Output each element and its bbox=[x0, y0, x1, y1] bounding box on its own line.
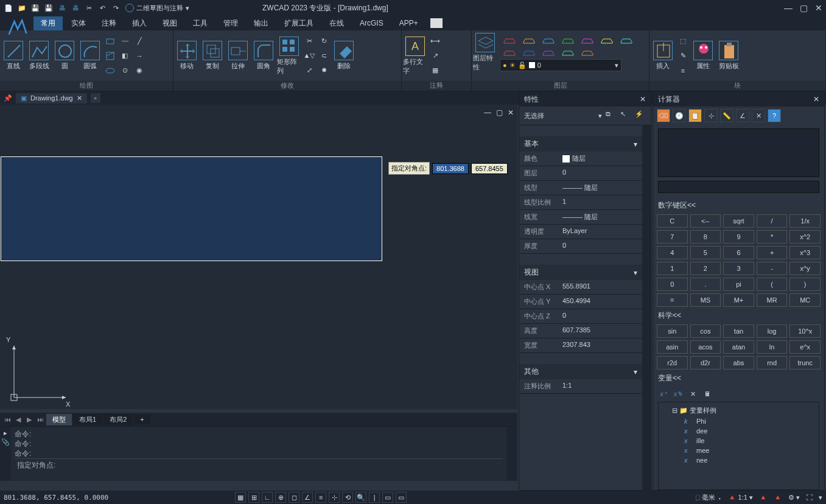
tab-common[interactable]: 常用 bbox=[33, 16, 63, 30]
layer-icon[interactable] bbox=[501, 47, 518, 58]
scrollbar[interactable] bbox=[642, 125, 651, 490]
workspace-switcher[interactable]: 二维草图与注释 ▾ bbox=[125, 4, 189, 13]
annot-toggle[interactable]: ▭ bbox=[396, 492, 407, 503]
calc-key[interactable]: ( bbox=[757, 278, 788, 291]
saveas-icon[interactable]: 💾 bbox=[44, 3, 54, 13]
leader-icon[interactable]: ↗ bbox=[429, 49, 442, 63]
erase-button[interactable]: 删除 bbox=[332, 41, 356, 71]
calc-result[interactable] bbox=[658, 181, 819, 193]
var-calc-icon[interactable]: 🖩 bbox=[702, 388, 713, 399]
clipboard-button[interactable]: 剪贴板 bbox=[716, 41, 741, 71]
layer-icon[interactable] bbox=[579, 35, 596, 46]
close-panel-icon[interactable]: ✕ bbox=[813, 95, 819, 103]
calc-key[interactable]: 5 bbox=[690, 246, 721, 259]
save-icon[interactable]: 💾 bbox=[30, 3, 40, 13]
unit-display[interactable]: ⎕ 毫米 ▾ bbox=[696, 493, 721, 502]
calc-key[interactable]: e^x bbox=[789, 340, 821, 354]
property-row[interactable]: 透明度ByLayer bbox=[519, 225, 642, 239]
calc-key[interactable]: abs bbox=[723, 356, 754, 369]
annot-scale-icon[interactable]: 🔺 bbox=[774, 494, 782, 502]
tab-output[interactable]: 输出 bbox=[247, 16, 276, 30]
close-panel-icon[interactable]: ✕ bbox=[640, 95, 646, 103]
model-toggle[interactable]: ▭ bbox=[382, 492, 393, 503]
block-edit-icon[interactable]: ✎ bbox=[676, 49, 690, 63]
select-objects-icon[interactable]: ↖ bbox=[620, 110, 631, 121]
rect-icon[interactable] bbox=[103, 35, 117, 48]
layout-tab-add[interactable]: + bbox=[134, 415, 150, 424]
calc-key[interactable]: MR bbox=[757, 293, 788, 307]
variable-item[interactable]: kPhi bbox=[661, 416, 816, 426]
customize-icon[interactable]: ▾ bbox=[819, 494, 822, 502]
get-intersect-icon[interactable]: ✕ bbox=[752, 109, 765, 122]
tab-arcgis[interactable]: ArcGIS bbox=[352, 17, 391, 29]
ortho-toggle[interactable]: ∟ bbox=[262, 492, 273, 503]
layer-icon[interactable] bbox=[520, 35, 537, 46]
insert-button[interactable]: 插入 bbox=[651, 41, 675, 71]
circle-button[interactable]: 圆 bbox=[52, 41, 77, 71]
clear-icon[interactable]: ⌫ bbox=[657, 109, 670, 122]
undo-icon[interactable]: ↶ bbox=[97, 3, 107, 13]
doc-close-icon[interactable]: ✕ bbox=[508, 108, 514, 117]
fillet-button[interactable]: 圆角 bbox=[251, 41, 276, 71]
new-tab-icon[interactable]: ▫ bbox=[91, 93, 100, 103]
get-angle-icon[interactable]: ∠ bbox=[736, 109, 749, 122]
calc-key[interactable]: rnd bbox=[757, 356, 788, 369]
drawing-canvas[interactable]: — ▢ ✕ X Y bbox=[0, 105, 517, 409]
calc-key[interactable]: MS bbox=[690, 293, 721, 307]
layer-icon[interactable] bbox=[559, 47, 576, 58]
explode-icon[interactable]: ✸ bbox=[317, 64, 331, 77]
hatch-icon[interactable] bbox=[103, 49, 117, 63]
selection-dropdown[interactable]: 无选择 bbox=[524, 111, 595, 121]
layer-combo[interactable]: ● ☀ 🔓 0 ▾ bbox=[500, 59, 621, 71]
var-edit-icon[interactable]: x✎ bbox=[673, 388, 684, 399]
doc-minimize-icon[interactable]: — bbox=[484, 108, 491, 117]
ws-switch-icon[interactable]: ⚙ ▾ bbox=[788, 494, 800, 502]
section-scientific[interactable]: 科学<< bbox=[653, 308, 824, 323]
ribbon-toggle-icon[interactable] bbox=[430, 18, 443, 28]
layer-icon[interactable] bbox=[540, 47, 557, 58]
dim-linear-icon[interactable]: ⟷ bbox=[429, 35, 442, 48]
attribute-button[interactable]: 属性 bbox=[691, 41, 715, 71]
mtext-button[interactable]: A多行文字 bbox=[403, 37, 427, 75]
get-coord-icon[interactable]: ⊹ bbox=[704, 109, 718, 122]
polar-toggle[interactable]: ⊕ bbox=[275, 492, 286, 503]
property-row[interactable]: 中心点 Z0 bbox=[519, 309, 642, 324]
app-logo[interactable] bbox=[2, 16, 33, 40]
calc-key[interactable]: * bbox=[757, 230, 788, 243]
prop-section-basic[interactable]: 基本▾ bbox=[519, 136, 642, 152]
cut-icon[interactable]: ✂ bbox=[84, 3, 94, 13]
tree-root[interactable]: ⊟ 📁 变量样例 bbox=[661, 405, 816, 416]
calc-key[interactable]: cos bbox=[690, 324, 721, 338]
layer-icon[interactable] bbox=[618, 35, 635, 46]
calc-key[interactable]: sqrt bbox=[723, 214, 754, 228]
open-icon[interactable]: 📁 bbox=[17, 3, 27, 13]
ellipse-icon[interactable] bbox=[103, 64, 117, 77]
trim-icon[interactable]: ✂ bbox=[303, 35, 316, 48]
property-row[interactable]: 图层0 bbox=[519, 166, 642, 181]
calc-key[interactable]: / bbox=[757, 214, 788, 228]
tab-insert[interactable]: 插入 bbox=[125, 16, 154, 30]
calc-key[interactable]: <-- bbox=[690, 214, 721, 228]
mirror-icon[interactable]: ▲▽ bbox=[303, 49, 316, 63]
calc-key[interactable]: x^2 bbox=[789, 230, 821, 243]
tooltip-y-input[interactable]: 657.8455 bbox=[471, 163, 508, 174]
property-row[interactable]: 线型——— 随层 bbox=[519, 181, 642, 195]
calc-key[interactable]: 10^x bbox=[789, 324, 821, 338]
calc-key[interactable]: 4 bbox=[657, 246, 688, 259]
tab-view[interactable]: 视图 bbox=[155, 16, 184, 30]
layer-icon[interactable] bbox=[598, 35, 615, 46]
redo-icon[interactable]: ↷ bbox=[111, 3, 121, 13]
tab-app[interactable]: APP+ bbox=[392, 17, 425, 29]
calc-key[interactable]: 0 bbox=[657, 278, 688, 291]
calc-key[interactable]: trunc bbox=[789, 356, 821, 369]
cycle-toggle[interactable]: ⟲ bbox=[342, 492, 353, 503]
calc-key[interactable]: 9 bbox=[723, 230, 754, 243]
tab-online[interactable]: 在线 bbox=[322, 16, 351, 30]
dyn-toggle[interactable]: ⊹ bbox=[329, 492, 340, 503]
donut-icon[interactable]: ◉ bbox=[133, 64, 146, 77]
nav-prev-icon[interactable]: ◀ bbox=[13, 416, 23, 424]
calc-key[interactable]: ln bbox=[757, 340, 788, 354]
copy-button[interactable]: 复制 bbox=[200, 41, 225, 71]
var-delete-icon[interactable]: ✕ bbox=[687, 388, 698, 399]
calc-key[interactable]: + bbox=[757, 246, 788, 259]
